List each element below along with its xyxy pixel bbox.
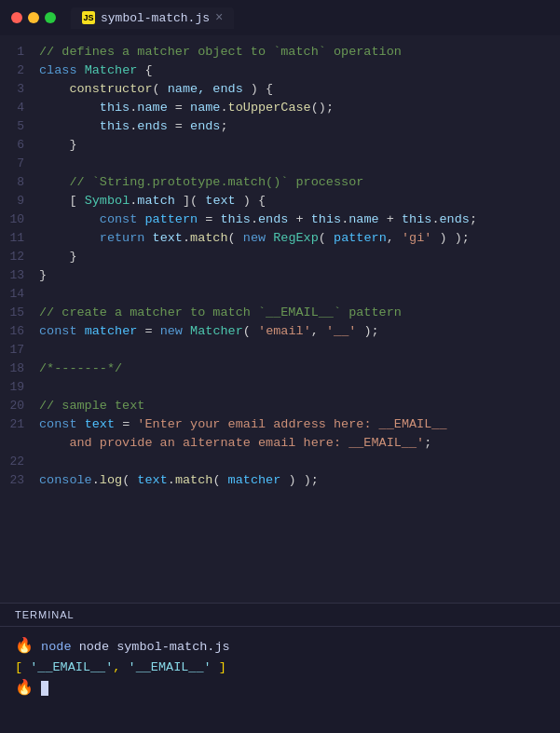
code-line: 21const text = 'Enter your email address… — [0, 415, 560, 434]
line-number: 23 — [0, 471, 39, 490]
line-code: return text.match( new RegExp( pattern, … — [39, 229, 470, 248]
close-button[interactable] — [11, 12, 22, 23]
code-line: 3 constructor( name, ends ) { — [0, 80, 560, 99]
code-line: 11 return text.match( new RegExp( patter… — [0, 229, 560, 248]
line-code: // defines a matcher object to `match` o… — [39, 43, 402, 61]
line-number: 2 — [0, 61, 39, 80]
terminal-content[interactable]: 🔥 node node symbol-match.js [ '__EMAIL__… — [0, 627, 560, 709]
code-line: 16const matcher = new Matcher( 'email', … — [0, 322, 560, 341]
line-code: // sample text — [39, 397, 144, 415]
code-line: 5 this.ends = ends; — [0, 117, 560, 136]
line-code: const matcher = new Matcher( 'email', '_… — [39, 322, 379, 341]
code-area[interactable]: 1// defines a matcher object to `match` … — [0, 35, 560, 603]
editor: 1// defines a matcher object to `match` … — [0, 35, 560, 603]
terminal-line-2: [ '__EMAIL__', '__EMAIL__' ] — [15, 658, 545, 678]
code-line: 4 this.name = name.toUpperCase(); — [0, 99, 560, 117]
traffic-lights — [11, 12, 56, 23]
code-line: 12 } — [0, 248, 560, 266]
line-number: 10 — [0, 210, 39, 229]
line-code: // `String.prototype.match()` processor — [39, 173, 363, 192]
code-line: and provide an alternate email here: __E… — [0, 434, 560, 453]
line-code: class Matcher { — [39, 61, 153, 80]
terminal-line-1: 🔥 node node symbol-match.js — [15, 636, 545, 658]
line-code: const text = 'Enter your email address h… — [39, 415, 447, 434]
terminal-item-1: '__EMAIL__' — [30, 660, 113, 674]
line-number: 11 — [0, 229, 39, 248]
terminal-cursor — [41, 681, 48, 696]
line-number: 20 — [0, 397, 39, 415]
code-line: 23console.log( text.match( matcher ) ); — [0, 471, 560, 490]
code-line: 10 const pattern = this.ends + this.name… — [0, 210, 560, 229]
line-code: this.name = name.toUpperCase(); — [39, 99, 334, 117]
fire-icon-1: 🔥 — [15, 638, 34, 655]
line-number: 15 — [0, 304, 39, 322]
code-line: 1// defines a matcher object to `match` … — [0, 43, 560, 61]
line-number: 12 — [0, 248, 39, 266]
js-icon: JS — [82, 11, 95, 24]
terminal-label: TERMINAL — [15, 609, 75, 620]
terminal-item-2: '__EMAIL__' — [129, 660, 212, 674]
code-line: 2class Matcher { — [0, 61, 560, 80]
terminal-line-3: 🔥 — [15, 678, 545, 699]
line-number: 14 — [0, 285, 39, 304]
terminal-bracket-close: ] — [212, 660, 226, 674]
code-line: 20// sample text — [0, 397, 560, 415]
code-line: 9 [ Symbol.match ]( text ) { — [0, 192, 560, 210]
fire-icon-2: 🔥 — [15, 680, 34, 697]
minimize-button[interactable] — [28, 12, 39, 23]
line-code: // create a matcher to match `__EMAIL__`… — [39, 304, 402, 322]
terminal-comma: , — [113, 660, 128, 674]
line-number: 3 — [0, 80, 39, 99]
code-line: 19 — [0, 378, 560, 397]
line-number: 16 — [0, 322, 39, 341]
file-tab[interactable]: JS symbol-match.js × — [71, 7, 234, 29]
terminal-header: TERMINAL — [0, 604, 560, 627]
line-number: 21 — [0, 415, 39, 434]
line-code: } — [39, 266, 47, 285]
line-code: constructor( name, ends ) { — [39, 80, 273, 99]
code-line: 22 — [0, 453, 560, 471]
code-line: 8 // `String.prototype.match()` processo… — [0, 173, 560, 192]
line-code: } — [39, 248, 77, 266]
line-number: 22 — [0, 453, 39, 471]
line-code: } — [39, 136, 77, 155]
line-code: [ Symbol.match ]( text ) { — [39, 192, 266, 210]
terminal-node: node — [41, 640, 79, 654]
line-number: 7 — [0, 155, 39, 173]
line-number: 6 — [0, 136, 39, 155]
line-number: 19 — [0, 378, 39, 397]
code-line: 6 } — [0, 136, 560, 155]
line-code: and provide an alternate email here: __E… — [39, 434, 431, 453]
line-number: 17 — [0, 341, 39, 360]
line-number: 9 — [0, 192, 39, 210]
line-number: 4 — [0, 99, 39, 117]
title-bar: JS symbol-match.js × — [0, 0, 560, 35]
code-line: 17 — [0, 341, 560, 360]
code-line: 7 — [0, 155, 560, 173]
line-code: /*-------*/ — [39, 360, 122, 378]
terminal-filename: node symbol-match.js — [79, 640, 230, 654]
terminal-panel: TERMINAL 🔥 node node symbol-match.js [ '… — [0, 603, 560, 733]
code-line: 13} — [0, 266, 560, 285]
code-line: 14 — [0, 285, 560, 304]
line-number: 5 — [0, 117, 39, 136]
code-line: 15// create a matcher to match `__EMAIL_… — [0, 304, 560, 322]
line-code: this.ends = ends; — [39, 117, 228, 136]
line-number: 8 — [0, 173, 39, 192]
line-code: console.log( text.match( matcher ) ); — [39, 471, 319, 490]
line-number: 13 — [0, 266, 39, 285]
code-line: 18/*-------*/ — [0, 360, 560, 378]
tab-close-icon[interactable]: × — [215, 11, 223, 24]
maximize-button[interactable] — [45, 12, 56, 23]
line-number: 18 — [0, 360, 39, 378]
terminal-bracket-open: [ — [15, 660, 30, 674]
line-code: const pattern = this.ends + this.name + … — [39, 210, 477, 229]
tab-filename: symbol-match.js — [101, 11, 210, 25]
line-number: 1 — [0, 43, 39, 61]
